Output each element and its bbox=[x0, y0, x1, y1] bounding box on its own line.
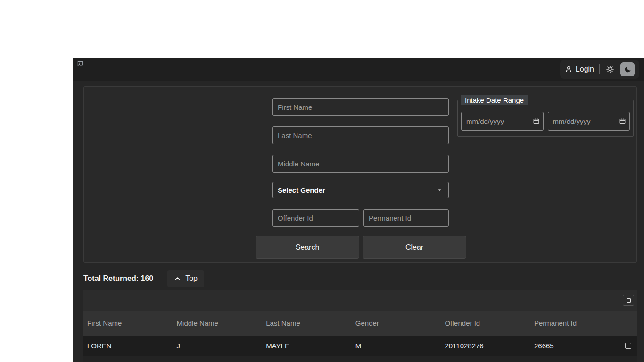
column-header-first-name[interactable]: First Name bbox=[83, 319, 173, 327]
gender-select-value: Select Gender bbox=[273, 186, 325, 194]
row-checkbox[interactable] bbox=[625, 343, 631, 349]
chevron-up-icon bbox=[174, 275, 181, 282]
dark-theme-button[interactable] bbox=[620, 62, 635, 76]
top-button-label: Top bbox=[185, 274, 198, 283]
grid-filler bbox=[83, 356, 637, 362]
first-name-input[interactable] bbox=[272, 98, 449, 116]
topbar-actions: Login bbox=[560, 60, 639, 79]
results-bar: Total Returned: 160 Top bbox=[83, 270, 637, 287]
middle-name-input[interactable] bbox=[272, 155, 449, 173]
table-row[interactable]: LOREN J MAYLE M 2011028276 26665 bbox=[83, 336, 637, 356]
clear-button[interactable]: Clear bbox=[363, 236, 466, 259]
column-header-offender-id[interactable]: Offender Id bbox=[441, 319, 530, 327]
intake-start-date-input[interactable] bbox=[461, 112, 544, 131]
column-header-last-name[interactable]: Last Name bbox=[262, 319, 352, 327]
cell-offender-id: 2011028276 bbox=[441, 342, 530, 350]
intake-date-range: Intake Date Range bbox=[457, 95, 634, 137]
column-header-permanent-id[interactable]: Permanent Id bbox=[530, 319, 620, 327]
divider bbox=[599, 64, 600, 74]
offender-id-input[interactable] bbox=[272, 209, 359, 227]
table-header-row: First Name Middle Name Last Name Gender … bbox=[83, 311, 637, 336]
last-name-input[interactable] bbox=[272, 126, 449, 144]
top-bar: Login bbox=[73, 58, 644, 81]
light-theme-button[interactable] bbox=[605, 64, 615, 74]
calendar-icon[interactable] bbox=[533, 118, 540, 125]
intake-date-range-legend: Intake Date Range bbox=[461, 95, 528, 105]
cell-gender: M bbox=[352, 342, 441, 350]
gender-select[interactable]: Select Gender bbox=[272, 182, 449, 198]
total-returned: Total Returned: 160 bbox=[83, 274, 153, 283]
cell-permanent-id: 26665 bbox=[530, 342, 620, 350]
login-button[interactable]: Login bbox=[565, 65, 594, 74]
search-button[interactable]: Search bbox=[256, 236, 359, 259]
app-window: Login bbox=[73, 58, 644, 362]
intake-end-date-input[interactable] bbox=[548, 112, 630, 131]
intake-end-date-field bbox=[548, 112, 630, 131]
sun-icon bbox=[606, 65, 614, 74]
person-icon bbox=[565, 66, 572, 73]
grid-toolbar bbox=[83, 290, 637, 311]
calendar-icon[interactable] bbox=[619, 118, 626, 125]
cell-middle-name: J bbox=[173, 342, 263, 350]
cell-select bbox=[620, 343, 637, 349]
permanent-id-input[interactable] bbox=[363, 209, 449, 227]
cell-first-name: LOREN bbox=[83, 342, 173, 350]
column-header-middle-name[interactable]: Middle Name bbox=[173, 319, 263, 327]
cell-last-name: MAYLE bbox=[262, 342, 352, 350]
total-returned-count: 160 bbox=[140, 274, 153, 282]
total-returned-label: Total Returned: bbox=[83, 274, 139, 282]
broken-image-icon bbox=[77, 60, 83, 67]
grid-options-button[interactable] bbox=[623, 295, 634, 306]
results-grid: First Name Middle Name Last Name Gender … bbox=[83, 290, 637, 362]
moon-icon bbox=[624, 66, 632, 74]
login-label: Login bbox=[576, 65, 594, 74]
search-panel: Select Gender Search Clear Intake Date R… bbox=[83, 86, 637, 263]
top-button[interactable]: Top bbox=[167, 270, 204, 287]
column-header-gender[interactable]: Gender bbox=[352, 319, 441, 327]
grid-options-icon bbox=[627, 298, 631, 303]
chevron-down-icon bbox=[430, 188, 448, 193]
intake-start-date-field bbox=[461, 112, 544, 131]
